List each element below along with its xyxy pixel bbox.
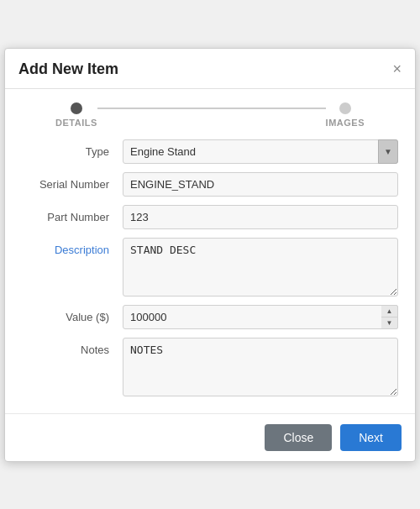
- step-label-details: DETAILS: [55, 118, 97, 128]
- type-label: Type: [22, 139, 123, 158]
- description-row: Description STAND DESC: [22, 238, 398, 296]
- step-label-images: IMAGES: [326, 118, 365, 128]
- description-label: Description: [22, 238, 123, 256]
- step-dot-images: [339, 102, 351, 114]
- spinner-up-button[interactable]: ▲: [381, 306, 397, 317]
- description-textarea[interactable]: STAND DESC: [123, 238, 398, 296]
- notes-row: Notes NOTES: [22, 338, 398, 396]
- modal-footer: Close Next: [5, 413, 415, 461]
- close-button[interactable]: Close: [265, 424, 332, 451]
- form-body: Type Engine Stand Part Tool Equipment ▼ …: [5, 131, 415, 413]
- next-button[interactable]: Next: [340, 424, 402, 451]
- steps-bar: DETAILS IMAGES: [5, 89, 415, 131]
- value-spinner-wrapper: ▲ ▼: [123, 305, 398, 329]
- part-number-label: Part Number: [22, 205, 123, 223]
- step-dot-details: [71, 102, 82, 114]
- add-new-item-modal: Add New Item × DETAILS IMAGES Type Engin…: [4, 48, 416, 462]
- modal-header: Add New Item ×: [5, 49, 415, 89]
- type-select-wrapper: Engine Stand Part Tool Equipment ▼: [123, 139, 398, 164]
- value-row: Value ($) ▲ ▼: [22, 305, 398, 329]
- step-images: IMAGES: [326, 102, 365, 128]
- value-label: Value ($): [22, 305, 123, 323]
- serial-number-label: Serial Number: [22, 172, 123, 191]
- notes-textarea[interactable]: NOTES: [123, 338, 398, 396]
- spinner-buttons: ▲ ▼: [381, 305, 398, 329]
- step-details: DETAILS: [55, 102, 97, 128]
- type-row: Type Engine Stand Part Tool Equipment ▼: [22, 139, 398, 164]
- step-connector: [97, 108, 326, 109]
- serial-number-row: Serial Number: [22, 172, 398, 197]
- type-select[interactable]: Engine Stand Part Tool Equipment: [123, 139, 398, 164]
- modal-title: Add New Item: [18, 60, 118, 78]
- serial-number-input[interactable]: [123, 172, 398, 197]
- spinner-down-button[interactable]: ▼: [381, 317, 397, 328]
- notes-label: Notes: [22, 338, 123, 356]
- value-input[interactable]: [123, 305, 398, 329]
- close-icon[interactable]: ×: [392, 61, 402, 76]
- part-number-input[interactable]: [123, 205, 398, 229]
- part-number-row: Part Number: [22, 205, 398, 229]
